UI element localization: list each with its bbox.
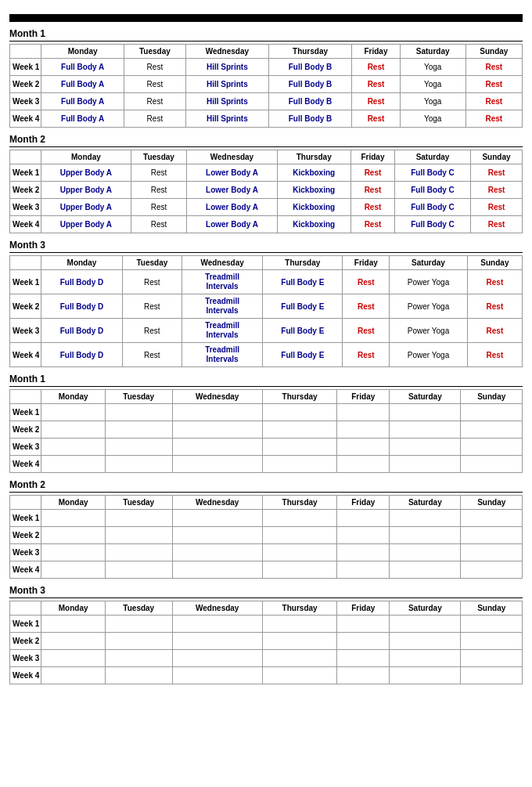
empty-cell[interactable] (461, 561, 523, 579)
empty-cell[interactable] (461, 421, 523, 439)
empty-cell[interactable] (41, 650, 106, 667)
empty-cell[interactable] (41, 527, 106, 544)
empty-cell[interactable] (390, 510, 461, 527)
empty-cell[interactable] (461, 667, 523, 684)
empty-cell[interactable] (41, 421, 106, 439)
empty-cell[interactable] (461, 544, 523, 561)
empty-cell[interactable] (461, 616, 523, 633)
empty-cell[interactable] (105, 404, 172, 421)
empty-cell[interactable] (390, 667, 461, 684)
empty-cell[interactable] (337, 650, 390, 667)
empty-cell[interactable] (337, 616, 390, 633)
empty-cell[interactable] (105, 633, 172, 650)
empty-cell[interactable] (172, 456, 262, 473)
empty-cell[interactable] (105, 667, 172, 684)
empty-cell[interactable] (390, 527, 461, 544)
empty-cell[interactable] (461, 650, 523, 667)
empty-cell[interactable] (390, 616, 461, 633)
empty-cell[interactable] (41, 633, 106, 650)
empty-cell[interactable] (105, 510, 172, 527)
empty-cell[interactable] (262, 633, 336, 650)
empty-cell[interactable] (262, 404, 336, 421)
empty-cell[interactable] (41, 404, 106, 421)
empty-cell[interactable] (105, 650, 172, 667)
day-header: Thursday (268, 45, 351, 59)
empty-cell[interactable] (172, 439, 262, 456)
schedule-cell: Full Body E (263, 343, 343, 367)
empty-cell[interactable] (390, 456, 461, 473)
empty-cell[interactable] (105, 544, 172, 561)
empty-cell[interactable] (41, 439, 106, 456)
empty-cell[interactable] (461, 404, 523, 421)
empty-cell[interactable] (172, 527, 262, 544)
table-row: Week 3 (10, 439, 523, 456)
schedule-cell: Yoga (400, 93, 466, 110)
empty-cell[interactable] (172, 544, 262, 561)
empty-cell[interactable] (461, 527, 523, 544)
empty-cell[interactable] (105, 439, 172, 456)
empty-cell[interactable] (105, 456, 172, 473)
empty-cell[interactable] (337, 439, 390, 456)
empty-cell[interactable] (172, 633, 262, 650)
empty-cell[interactable] (262, 561, 336, 579)
empty-cell[interactable] (262, 667, 336, 684)
empty-cell[interactable] (262, 421, 336, 439)
empty-cell[interactable] (262, 456, 336, 473)
schedule-cell: Kickboxing (277, 216, 350, 233)
empty-cell[interactable] (105, 561, 172, 579)
week-label: Week 2 (10, 633, 41, 650)
empty-cell[interactable] (337, 544, 390, 561)
empty-cell[interactable] (390, 544, 461, 561)
empty-cell[interactable] (262, 527, 336, 544)
empty-cell[interactable] (337, 456, 390, 473)
empty-cell[interactable] (172, 510, 262, 527)
empty-cell[interactable] (390, 650, 461, 667)
empty-cell[interactable] (461, 633, 523, 650)
empty-cell[interactable] (172, 404, 262, 421)
empty-cell[interactable] (262, 650, 336, 667)
empty-cell[interactable] (390, 561, 461, 579)
empty-cell[interactable] (262, 544, 336, 561)
empty-cell[interactable] (41, 456, 106, 473)
month-table: MondayTuesdayWednesdayThursdayFridaySatu… (9, 150, 523, 233)
empty-cell[interactable] (390, 439, 461, 456)
empty-cell[interactable] (172, 421, 262, 439)
empty-cell[interactable] (337, 527, 390, 544)
empty-cell[interactable] (262, 439, 336, 456)
empty-cell[interactable] (172, 616, 262, 633)
schedule-cell: Rest (124, 59, 186, 76)
schedule-cell: Rest (131, 182, 187, 199)
empty-cell[interactable] (105, 616, 172, 633)
empty-cell[interactable] (461, 439, 523, 456)
empty-cell[interactable] (337, 667, 390, 684)
empty-cell[interactable] (390, 421, 461, 439)
empty-cell[interactable] (41, 616, 106, 633)
empty-cell[interactable] (461, 456, 523, 473)
schedule-cell: Yoga (400, 59, 466, 76)
table-row: Week 4Full Body ARestHill SprintsFull Bo… (10, 110, 523, 128)
empty-cell[interactable] (390, 633, 461, 650)
empty-cell[interactable] (41, 510, 106, 527)
empty-cell[interactable] (172, 667, 262, 684)
day-header: Tuesday (124, 45, 186, 59)
empty-cell[interactable] (105, 421, 172, 439)
empty-cell[interactable] (390, 404, 461, 421)
empty-cell[interactable] (337, 404, 390, 421)
empty-cell[interactable] (41, 667, 106, 684)
empty-cell[interactable] (41, 544, 106, 561)
week-label: Week 4 (10, 216, 41, 233)
empty-cell[interactable] (262, 510, 336, 527)
empty-month-table: MondayTuesdayWednesdayThursdayFridaySatu… (9, 495, 523, 579)
empty-cell[interactable] (461, 510, 523, 527)
empty-cell[interactable] (262, 616, 336, 633)
empty-cell[interactable] (172, 561, 262, 579)
empty-cell[interactable] (105, 527, 172, 544)
empty-cell[interactable] (337, 561, 390, 579)
empty-cell[interactable] (41, 561, 106, 579)
schedule-cell: Rest (131, 199, 187, 216)
empty-cell[interactable] (337, 421, 390, 439)
day-header: Friday (337, 390, 390, 404)
empty-cell[interactable] (172, 650, 262, 667)
empty-cell[interactable] (337, 633, 390, 650)
empty-cell[interactable] (337, 510, 390, 527)
